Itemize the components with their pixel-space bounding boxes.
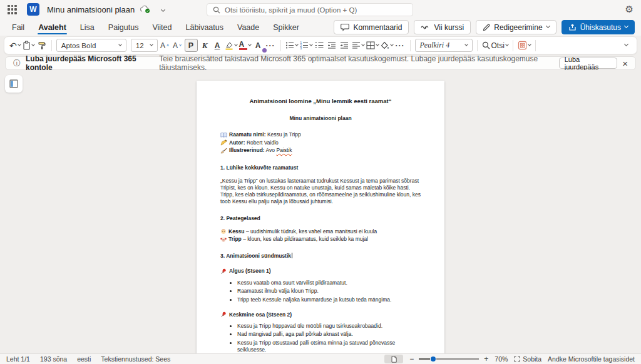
word-count[interactable]: 193 sõna: [40, 355, 67, 363]
author-line: Autor: Robert Vaidlo: [220, 139, 421, 146]
bullet-list-icon: [285, 41, 294, 49]
doc-title: Animatsiooni loomine „Minu lemmik eesti …: [220, 98, 421, 105]
tab-avaleht[interactable]: Avaleht: [31, 19, 73, 36]
character-line: Kessu – uudishimulik tüdruk, kes vahel e…: [220, 228, 421, 235]
grow-font-button[interactable]: A˄: [160, 39, 170, 53]
settings-gear-icon[interactable]: ⚙: [625, 4, 633, 15]
highlighter-icon: [225, 41, 233, 50]
underline-button[interactable]: A: [212, 39, 223, 53]
word-logo-icon[interactable]: W: [27, 3, 39, 16]
page-view-button[interactable]: [384, 355, 403, 363]
designer-icon: [518, 41, 527, 50]
italic-button[interactable]: K: [200, 39, 210, 53]
tab-viited[interactable]: Viited: [145, 19, 178, 36]
tab-vaade[interactable]: Vaade: [230, 19, 266, 36]
document-page[interactable]: Animatsiooni loomine „Minu lemmik eesti …: [197, 81, 444, 353]
sidebar-panel-icon: [9, 79, 18, 88]
bullet: Tripp teeb Kessule naljaka kummarduse ja…: [237, 296, 421, 303]
fit-page-button[interactable]: Sobita: [514, 355, 541, 363]
zoom-slider-thumb[interactable]: [431, 356, 436, 361]
comments-button[interactable]: Kommentaarid: [334, 20, 409, 34]
outdent-icon: [327, 41, 336, 49]
scene-1-bullets: Kessu vaatab oma suurt värvilist pildira…: [220, 280, 421, 303]
language-indicator[interactable]: eesti: [77, 355, 91, 363]
feedback-link[interactable]: Andke Microsoftile tagasisidet: [548, 355, 635, 363]
bullet: Nad mängivad palli, aga pall põrkab akna…: [237, 331, 421, 338]
page-count[interactable]: Leht 1/1: [6, 355, 30, 363]
scene-2-heading: Keskmine osa (Stseen 2): [220, 311, 421, 318]
designer-button[interactable]: [518, 39, 531, 53]
info-icon: ⓘ: [13, 58, 21, 69]
document-title[interactable]: Minu animatsiooni plaan: [47, 5, 135, 14]
find-button[interactable]: Otsi: [482, 39, 508, 53]
indent-button[interactable]: [339, 39, 350, 53]
paragraph-overflow-button[interactable]: ···: [395, 39, 406, 53]
styles-select[interactable]: Pealkiri 4: [415, 39, 473, 52]
tab-paigutus[interactable]: Paigutus: [101, 19, 146, 36]
font-color-button[interactable]: A: [239, 39, 251, 53]
app-launcher-icon[interactable]: [8, 5, 17, 14]
section-2-heading: 2. Peategelased: [220, 215, 421, 222]
text-cursor: [292, 253, 292, 258]
font-name-select[interactable]: Aptos Bold: [56, 39, 126, 52]
bold-button[interactable]: P: [185, 39, 198, 52]
tab-labivaatus[interactable]: Läbivaatus: [179, 19, 230, 36]
format-painter-button[interactable]: [36, 39, 47, 53]
paintbrush-emoji-icon: [220, 148, 227, 154]
editing-mode-button[interactable]: Redigeerimine: [476, 20, 556, 34]
collapse-ribbon-chevron-icon[interactable]: [621, 39, 632, 53]
navigation-pane-toggle-button[interactable]: [5, 75, 23, 93]
catch-up-button[interactable]: Vii kurssi: [414, 20, 471, 34]
doc-subtitle: Minu animatsiooni plaan: [220, 115, 421, 122]
format-painter-icon: [38, 41, 46, 50]
outdent-button[interactable]: [327, 39, 337, 53]
share-button[interactable]: Ühiskasutus: [562, 20, 635, 34]
search-input[interactable]: Otsi tööriistu, spikrit ja muud (Option …: [207, 3, 413, 16]
text-predictions-toggle[interactable]: Tekstiennustused: Sees: [101, 355, 170, 363]
title-dropdown-chevron-icon[interactable]: [162, 4, 165, 15]
zoom-level[interactable]: 70%: [495, 355, 508, 363]
page-view-icon: [391, 356, 397, 363]
tab-spikker[interactable]: Spikker: [266, 19, 306, 36]
tab-lisa[interactable]: Lisa: [73, 19, 101, 36]
ribbon-tab-bar: Fail Avaleht Lisa Paigutus Viited Läbiva…: [0, 19, 641, 36]
font-overflow-button[interactable]: ···: [265, 39, 276, 53]
catch-up-icon: [421, 24, 430, 31]
summary-paragraph: „Kessu ja Tripp“ on lustakas lasteraamat…: [220, 178, 421, 205]
find-magnifier-icon: [482, 41, 490, 49]
borders-button[interactable]: [366, 39, 379, 53]
close-notification-icon[interactable]: ×: [622, 59, 628, 68]
zoom-slider[interactable]: [419, 356, 479, 361]
shading-button[interactable]: [381, 39, 393, 53]
pencil-icon: [483, 24, 490, 31]
bullet: Kessu ja Tripp otsustavad palli otsima m…: [237, 340, 421, 353]
checklist-icon: [315, 41, 324, 49]
align-icon: [352, 41, 361, 49]
tab-fail[interactable]: Fail: [5, 19, 31, 36]
paste-button[interactable]: [23, 39, 34, 53]
undo-button[interactable]: ↶: [9, 39, 21, 53]
numbered-list-icon: 123: [300, 41, 309, 49]
font-size-select[interactable]: 12: [131, 39, 158, 52]
simplified-ribbon-toolbar: ↶ Aptos Bold 12 A˄ A˅ P K A A A ··· 123: [4, 36, 637, 54]
saved-cloud-check-icon: [140, 4, 150, 16]
book-name-line: Raamatu nimi: Kessu ja Tripp: [220, 131, 421, 138]
illustrator-line: Illustreerinud: Avo Paistik: [220, 147, 421, 154]
app-header: W Minu animatsiooni plaan Otsi tööriistu…: [0, 0, 641, 19]
bullets-button[interactable]: [285, 39, 298, 53]
misspelled-word: Paistik: [276, 147, 292, 153]
align-button[interactable]: [352, 39, 364, 53]
numbering-button[interactable]: 123: [300, 39, 312, 53]
zoom-out-button[interactable]: −: [409, 355, 414, 363]
bullet: Kessu ja Tripp hüppavad üle mööbli nagu …: [237, 323, 421, 330]
comment-icon: [341, 23, 349, 31]
highlight-button[interactable]: [225, 39, 237, 53]
text-effects-button[interactable]: A: [253, 39, 264, 53]
writing-hand-emoji-icon: [220, 139, 227, 146]
shrink-font-button[interactable]: A˅: [172, 39, 183, 53]
zoom-in-button[interactable]: +: [484, 355, 488, 363]
checklist-button[interactable]: [314, 39, 325, 53]
allow-access-button[interactable]: Luba juurdepääs: [559, 58, 618, 69]
clown-emoji-icon: [220, 236, 227, 243]
indent-icon: [340, 41, 349, 49]
